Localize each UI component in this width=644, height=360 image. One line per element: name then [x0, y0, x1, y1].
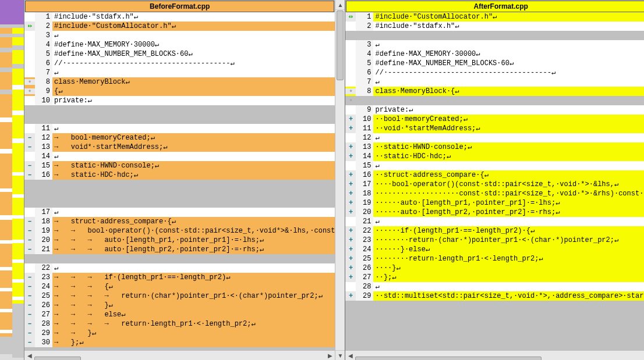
left-hscrollbar[interactable]: ◀ ▶	[24, 350, 335, 360]
line-text: ↵	[52, 208, 335, 217]
code-line[interactable]: 15↵	[345, 161, 644, 170]
code-line[interactable]: 12↵	[345, 133, 644, 142]
code-line[interactable]: –15→ static·HWND·console;↵	[24, 161, 335, 170]
code-line[interactable]: +26····}↵	[345, 263, 644, 273]
code-line[interactable]: 10private:↵	[24, 96, 335, 105]
code-line[interactable]: +10··bool·memoryCreated;↵	[345, 115, 644, 124]
code-line[interactable]: 7↵	[345, 77, 644, 87]
scroll-down-icon[interactable]: ▼	[335, 350, 345, 360]
code-line[interactable]	[345, 338, 644, 347]
diff-marker: –	[24, 142, 35, 152]
code-line[interactable]	[345, 310, 644, 319]
scroll-right-icon[interactable]: ▶	[325, 352, 335, 359]
code-line[interactable]	[24, 198, 335, 208]
code-line[interactable]: +14··static·HDC·hdc;↵	[345, 152, 644, 161]
code-line[interactable]	[345, 301, 644, 310]
line-text: → → → → return·(char*)pointer_pr1·<·(cha…	[52, 291, 335, 301]
code-line[interactable]	[345, 31, 644, 40]
diff-marker: +	[345, 208, 356, 217]
code-line[interactable]: 4#define·MAX_MEMORY·30000↵	[24, 40, 335, 49]
code-line[interactable]: 6//·------------------------------------…	[24, 59, 335, 68]
code-line[interactable]: 7↵	[24, 68, 335, 77]
code-line[interactable]: –12→ bool·memoryCreated;↵	[24, 133, 335, 142]
line-text: ↵	[52, 263, 335, 273]
code-line[interactable]: +20······auto·[length_pr2,·pointer_pr2]·…	[345, 208, 644, 217]
code-line[interactable]	[24, 115, 335, 124]
code-line[interactable]: –16→ static·HDC·hdc;↵	[24, 170, 335, 180]
code-line[interactable]: 3↵	[24, 31, 335, 40]
code-line[interactable]: –18→ struct·address_compare·{↵	[24, 217, 335, 226]
code-line[interactable]: –29→ → }↵	[24, 329, 335, 338]
overview-ruler[interactable]	[0, 0, 24, 360]
code-line[interactable]: +27··};↵	[345, 273, 644, 282]
scroll-left-icon[interactable]: ◀	[345, 352, 355, 359]
code-line[interactable]: –26→ → → }↵	[24, 301, 335, 310]
code-line[interactable]: 11↵	[24, 124, 335, 133]
code-line[interactable]: ⇔2#include·"CustomAllocator.h"↵	[24, 22, 335, 31]
diff-marker: +	[345, 291, 356, 301]
code-line[interactable]: –27→ → → else↵	[24, 310, 335, 319]
code-line[interactable]: +24······}·else↵	[345, 245, 644, 254]
line-text: → struct·address_compare·{↵	[52, 217, 335, 226]
code-line[interactable]: +19······auto·[length_pr1,·pointer_pr1]·…	[345, 198, 644, 208]
scroll-left-icon[interactable]: ◀	[24, 352, 34, 359]
line-text: ····}↵	[373, 263, 644, 273]
code-line[interactable]	[24, 189, 335, 198]
code-line[interactable]: ⇔1#include·"CustomAllocator.h"↵	[345, 12, 644, 22]
code-line[interactable]	[24, 105, 335, 115]
line-number: 4	[35, 40, 52, 49]
left-vscrollbar[interactable]: ▲ ▼	[335, 0, 345, 360]
code-line[interactable]: 4#define·MAX_MEMORY·30000↵	[345, 49, 644, 59]
code-line[interactable]: –20→ → → auto·[length_pr1,·pointer_pr1]·…	[24, 236, 335, 245]
code-line[interactable]: 5#define·MAX_NUMBER_MEM_BLOCKS·60↵	[24, 49, 335, 59]
code-line[interactable]: +18····················const·std::pair<s…	[345, 189, 644, 198]
code-line[interactable]: 17↵	[24, 208, 335, 217]
code-line[interactable]	[345, 329, 644, 338]
code-line[interactable]: –23→ → → if·(length_pr1·==·length_pr2)↵	[24, 273, 335, 282]
code-line[interactable]: 22↵	[24, 263, 335, 273]
code-line[interactable]: –13→ void*·startMemAddress;↵	[24, 142, 335, 152]
code-line[interactable]: •8class·MemoryBlock↵	[24, 77, 335, 87]
code-line[interactable]: •	[345, 96, 644, 105]
code-line[interactable]: +17····bool·operator()(const·std::pair<s…	[345, 180, 644, 189]
diff-marker: +	[345, 198, 356, 208]
line-number: 13	[35, 142, 52, 152]
code-line[interactable]: +11··void·*startMemAddress;↵	[345, 124, 644, 133]
line-text: private:↵	[373, 105, 644, 115]
diff-marker: –	[24, 329, 35, 338]
line-text: class·MemoryBlock·{↵	[373, 87, 644, 96]
code-line[interactable]: •9{↵	[24, 87, 335, 96]
code-line[interactable]: 1#include·"stdafx.h"↵	[24, 12, 335, 22]
code-line[interactable]: 28↵	[345, 282, 644, 291]
line-text: ↵	[52, 68, 335, 77]
code-line[interactable]: +25········return·length_pr1·<·length_pr…	[345, 254, 644, 263]
line-text: ↵	[373, 282, 644, 291]
code-line[interactable]: –19→ → bool·operator()·(const·std::pair<…	[24, 226, 335, 236]
code-line[interactable]	[345, 319, 644, 329]
code-line[interactable]: +16··struct·address_compare·{↵	[345, 170, 644, 180]
code-line[interactable]: +22······if·(length_pr1·==·length_pr2)·{…	[345, 226, 644, 236]
left-code-area[interactable]: 1#include·"stdafx.h"↵⇔2#include·"CustomA…	[24, 12, 335, 350]
code-line[interactable]: –24→ → → {↵	[24, 282, 335, 291]
code-line[interactable]: –30→ };↵	[24, 338, 335, 347]
code-line[interactable]: •8class·MemoryBlock·{↵	[345, 87, 644, 96]
code-line[interactable]: 21↵	[345, 217, 644, 226]
right-hscrollbar[interactable]: ◀ ▶	[345, 350, 644, 360]
code-line[interactable]: –25→ → → → return·(char*)pointer_pr1·<·(…	[24, 291, 335, 301]
code-line[interactable]: +23········return·(char·*)pointer_pr1·<·…	[345, 236, 644, 245]
code-line[interactable]: +13··static·HWND·console;↵	[345, 142, 644, 152]
code-line[interactable]	[24, 254, 335, 263]
code-line[interactable]: –28→ → → → return·length_pr1·<·length_pr…	[24, 319, 335, 329]
code-line[interactable]: 5#define·MAX_NUMBER_MEM_BLOCKS·60↵	[345, 59, 644, 68]
code-line[interactable]: 3↵	[345, 40, 644, 49]
line-number: 24	[356, 245, 373, 254]
code-line[interactable]: –21→ → → auto·[length_pr2,·pointer_pr2]·…	[24, 245, 335, 254]
code-line[interactable]: 2#include·"stdafx.h"↵	[345, 22, 644, 31]
code-line[interactable]: 6//·------------------------------------…	[345, 68, 644, 77]
code-line[interactable]: +29··std::multiset<std::pair<size_t,·voi…	[345, 291, 644, 301]
scroll-up-icon[interactable]: ▲	[335, 0, 345, 10]
right-code-area[interactable]: ⇔1#include·"CustomAllocator.h"↵2#include…	[345, 12, 644, 350]
code-line[interactable]: 9private:↵	[345, 105, 644, 115]
code-line[interactable]	[24, 180, 335, 189]
code-line[interactable]: 14↵	[24, 152, 335, 161]
